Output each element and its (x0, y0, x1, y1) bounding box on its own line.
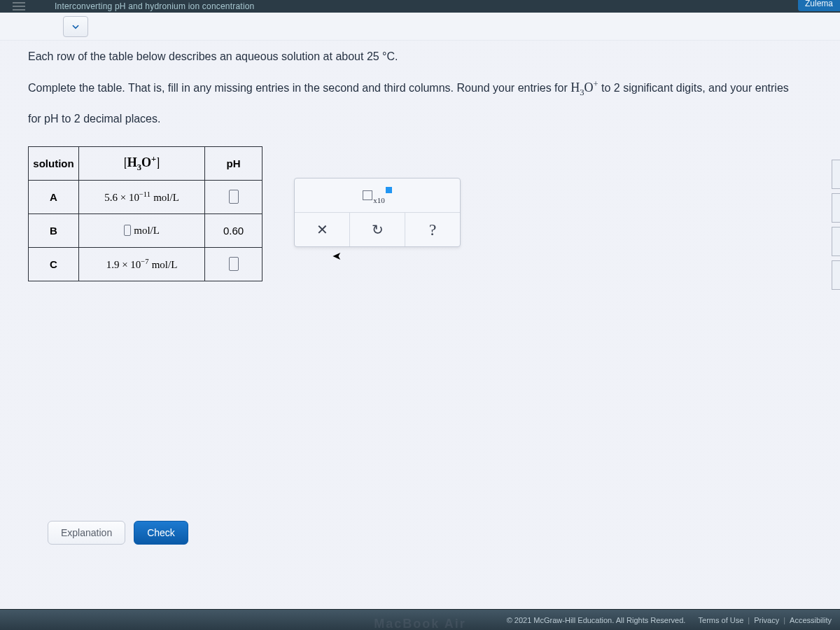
col-header-concentration: [H3O+] (79, 146, 205, 180)
explanation-button[interactable]: Explanation (48, 521, 125, 545)
check-button[interactable]: Check (134, 521, 188, 545)
col-header-solution: solution (29, 146, 79, 180)
side-tool-4[interactable] (832, 260, 840, 290)
row-label-b: B (29, 214, 79, 247)
instructions-line-3: for pH to 2 decimal places. (28, 110, 812, 128)
close-icon: ✕ (316, 221, 328, 238)
user-badge[interactable]: Zulema (798, 0, 840, 11)
instructions-line-1: Each row of the table below describes an… (28, 48, 812, 66)
help-icon: ? (429, 220, 437, 239)
instructions: Each row of the table below describes an… (28, 48, 812, 128)
footer-bar: © 2021 McGraw-Hill Education. All Rights… (0, 609, 840, 630)
side-tool-3[interactable] (832, 227, 840, 256)
cursor-icon: ➤ (332, 249, 342, 262)
side-tool-1[interactable] (832, 160, 840, 189)
footer-terms-link[interactable]: Terms of Use (699, 616, 744, 624)
table-row: A 5.6 × 10−11 mol/L (29, 180, 262, 214)
cell-a-ph[interactable] (205, 180, 262, 214)
col-header-ph: pH (205, 146, 262, 180)
input-palette: x10 ✕ ↻ ? (294, 178, 461, 247)
collapse-button[interactable] (63, 16, 88, 37)
palette-undo-button[interactable]: ↻ (350, 213, 405, 246)
h3o-formula: H3O+ (570, 80, 598, 94)
side-tool-strip (832, 160, 840, 294)
table-row: C 1.9 × 10−7 mol/L (29, 247, 262, 281)
footer-accessibility-link[interactable]: Accessibility (790, 616, 832, 624)
row-label-a: A (29, 180, 79, 214)
instructions-line-2: Complete the table. That is, fill in any… (28, 77, 812, 99)
palette-clear-button[interactable]: ✕ (295, 213, 350, 246)
row-label-c: C (29, 247, 79, 281)
palette-help-button[interactable]: ? (405, 213, 460, 246)
undo-icon: ↻ (372, 221, 384, 238)
cell-b-conc[interactable]: mol/L (79, 214, 205, 247)
cell-c-ph[interactable] (205, 247, 262, 281)
footer-privacy-link[interactable]: Privacy (754, 616, 779, 624)
page-title: Interconverting pH and hydronium ion con… (55, 1, 255, 11)
table-row: B mol/L 0.60 (29, 214, 262, 247)
chevron-down-icon (71, 22, 80, 31)
footer-copyright: © 2021 McGraw-Hill Education. All Rights… (507, 616, 686, 624)
cell-a-conc: 5.6 × 10−11 mol/L (79, 180, 205, 214)
title-bar: Interconverting pH and hydronium ion con… (0, 0, 840, 13)
page-header (0, 13, 840, 41)
hamburger-icon[interactable] (13, 6, 25, 7)
cell-b-ph: 0.60 (205, 214, 262, 247)
solution-table: solution [H3O+] pH A 5.6 × 10−11 mol/L B… (28, 146, 262, 281)
side-tool-2[interactable] (832, 193, 840, 223)
palette-sci-template[interactable]: x10 (295, 178, 460, 212)
cell-c-conc: 1.9 × 10−7 mol/L (79, 247, 205, 281)
